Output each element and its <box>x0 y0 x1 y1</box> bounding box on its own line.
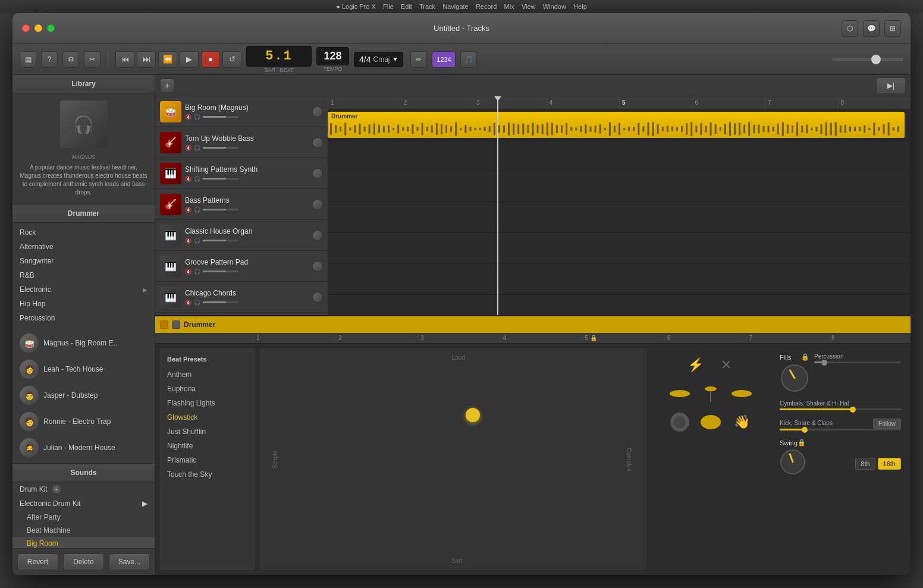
clap-icon[interactable]: 👋 <box>730 410 754 434</box>
pan-knob-6[interactable] <box>312 292 323 303</box>
pan-knob-2[interactable] <box>312 168 323 179</box>
help-button[interactable]: ? <box>41 51 58 68</box>
genre-item-electronic[interactable]: Electronic▶ <box>12 282 155 297</box>
play-button[interactable]: ▶ <box>180 51 199 68</box>
note-8th-button[interactable]: 8th <box>855 458 875 470</box>
genre-item-alternative[interactable]: Alternative <box>12 240 155 254</box>
drummer-pad[interactable]: Loud Soft Simple Complex <box>260 348 646 570</box>
close-button[interactable] <box>22 24 30 32</box>
smart-controls-button[interactable]: ▶| <box>876 77 906 94</box>
headphone-btn-1[interactable]: 🎧 <box>194 145 200 151</box>
pan-knob-5[interactable] <box>312 261 323 272</box>
pan-knob-0[interactable] <box>312 106 323 117</box>
percussion-slider[interactable] <box>814 361 901 363</box>
genre-item-hiphop[interactable]: Hip Hop <box>12 297 155 311</box>
track-item-5[interactable]: 🎹 Groove Pattern Pad 🔇 🎧 <box>155 251 328 282</box>
track-lane-4[interactable] <box>328 233 911 264</box>
scissors-button[interactable]: ✂ <box>84 51 101 68</box>
volume-slider-4[interactable] <box>203 240 238 241</box>
volume-slider-6[interactable] <box>203 301 238 303</box>
track-lane-2[interactable] <box>328 171 911 202</box>
genre-item-songwriter[interactable]: Songwriter <box>12 254 155 268</box>
master-volume-slider[interactable] <box>832 58 903 61</box>
sounds-category-drumkit[interactable]: Drum Kit + <box>12 482 155 496</box>
fullscreen-button[interactable] <box>47 24 55 32</box>
preset-flashing-lights[interactable]: Flashing Lights <box>160 396 255 410</box>
settings-button[interactable]: ⚙ <box>62 51 79 68</box>
pan-knob-4[interactable] <box>312 230 323 241</box>
preset-anthem[interactable]: Anthem <box>160 367 255 382</box>
volume-slider-3[interactable] <box>203 209 238 210</box>
cymbals-slider[interactable] <box>780 408 901 410</box>
preset-nightlife[interactable]: Nightlife <box>160 439 255 453</box>
note-16th-button[interactable]: 16th <box>878 458 901 470</box>
pan-knob-3[interactable] <box>312 199 323 210</box>
sounds-item-after-party[interactable]: After Party <box>12 511 155 524</box>
swing-knob[interactable] <box>780 449 806 475</box>
track-lane-5[interactable] <box>328 264 911 295</box>
pad-position-dot[interactable] <box>466 408 480 422</box>
delete-button[interactable]: Delete <box>63 554 104 570</box>
pan-knob-1[interactable] <box>312 137 323 148</box>
headphone-btn-5[interactable]: 🎧 <box>194 269 200 275</box>
drumkit-add-btn[interactable]: + <box>52 485 61 493</box>
mute-btn-2[interactable]: 🔇 <box>185 176 191 182</box>
fast-forward-button[interactable]: ⏭ <box>137 51 156 68</box>
cymbal-icon[interactable] <box>668 382 692 405</box>
minimize-button[interactable] <box>34 24 42 32</box>
headphone-btn-4[interactable]: 🎧 <box>194 238 200 244</box>
add-track-button[interactable]: + <box>160 78 174 93</box>
lightning-icon[interactable]: ⚡ <box>683 353 707 377</box>
artist-avatar[interactable] <box>60 100 108 148</box>
track-item-0[interactable]: 🥁 Big Room (Magnus) 🔇 🎧 <box>155 96 328 127</box>
track-item-3[interactable]: 🎸 Bass Patterns 🔇 🎧 <box>155 189 328 220</box>
mute-btn-6[interactable]: 🔇 <box>185 300 191 306</box>
headphone-btn-2[interactable]: 🎧 <box>194 176 200 182</box>
key-signature-button[interactable]: 1234 <box>432 51 456 68</box>
mute-btn-5[interactable]: 🔇 <box>185 269 191 275</box>
headphone-btn-6[interactable]: 🎧 <box>194 300 200 306</box>
drummer-julian[interactable]: 🧔 Julian - Modern House <box>12 435 155 461</box>
library-button[interactable]: ▤ <box>20 51 36 68</box>
track-item-6[interactable]: 🎹 Chicago Chords 🔇 🎧 <box>155 282 328 313</box>
share-button[interactable]: ⬡ <box>842 20 858 37</box>
volume-slider-0[interactable] <box>203 116 238 118</box>
tuner-button[interactable]: 🎵 <box>460 51 477 68</box>
preset-prismatic[interactable]: Prismatic <box>160 453 255 467</box>
grid-button[interactable]: ⊞ <box>884 20 901 37</box>
hihat2-icon[interactable] <box>730 382 754 405</box>
save-button[interactable]: Save... <box>109 554 150 570</box>
track-item-4[interactable]: 🎹 Classic House Organ 🔇 🎧 <box>155 220 328 251</box>
track-item-2[interactable]: 🎹 Shifting Patterns Synth 🔇 🎧 <box>155 158 328 189</box>
loop-button[interactable]: ↺ <box>222 51 241 68</box>
tempo-display[interactable]: 128 <box>316 47 349 65</box>
preset-touch-the-sky[interactable]: Touch the Sky <box>160 467 255 482</box>
skip-back-button[interactable]: ⏪ <box>158 51 177 68</box>
mute-btn-0[interactable]: 🔇 <box>185 114 191 120</box>
preset-euphoria[interactable]: Euphoria <box>160 382 255 396</box>
pencil-button[interactable]: ✏ <box>410 51 427 68</box>
track-item-1[interactable]: 🎸 Torn Up Wobble Bass 🔇 🎧 <box>155 127 328 158</box>
genre-item-rock[interactable]: Rock <box>12 225 155 240</box>
drummer-leah[interactable]: 👩 Leah - Tech House <box>12 356 155 382</box>
headphone-btn-0[interactable]: 🎧 <box>194 114 200 120</box>
snare-icon[interactable] <box>699 410 723 434</box>
sounds-category-electronic[interactable]: Electronic Drum Kit ▶ <box>12 496 155 511</box>
track-lane-6[interactable] <box>328 295 911 315</box>
record-button[interactable]: ● <box>201 51 220 68</box>
x-icon[interactable]: ✕ <box>714 353 738 377</box>
drummer-magnus[interactable]: 🥁 Magnus - Big Room E... <box>12 330 155 356</box>
drummer-region[interactable]: Drummer <box>328 112 905 138</box>
track-item-7[interactable]: 🎹 Buzzing Metallic Lead 🔇 🎧 <box>155 313 328 315</box>
genre-item-rnb[interactable]: R&B <box>12 268 155 282</box>
track-lane-3[interactable] <box>328 202 911 233</box>
fills-knob[interactable] <box>780 363 809 393</box>
position-display[interactable]: 5.1 <box>246 46 312 67</box>
preset-glowstick[interactable]: Glowstick <box>160 410 255 425</box>
headphone-btn-3[interactable]: 🎧 <box>194 207 200 213</box>
sounds-item-big-room[interactable]: Big Room <box>12 537 155 548</box>
drummer-jasper[interactable]: 👨 Jasper - Dubstep <box>12 382 155 408</box>
track-lane-1[interactable] <box>328 140 911 171</box>
mute-btn-3[interactable]: 🔇 <box>185 207 191 213</box>
rewind-button[interactable]: ⏮ <box>115 51 134 68</box>
